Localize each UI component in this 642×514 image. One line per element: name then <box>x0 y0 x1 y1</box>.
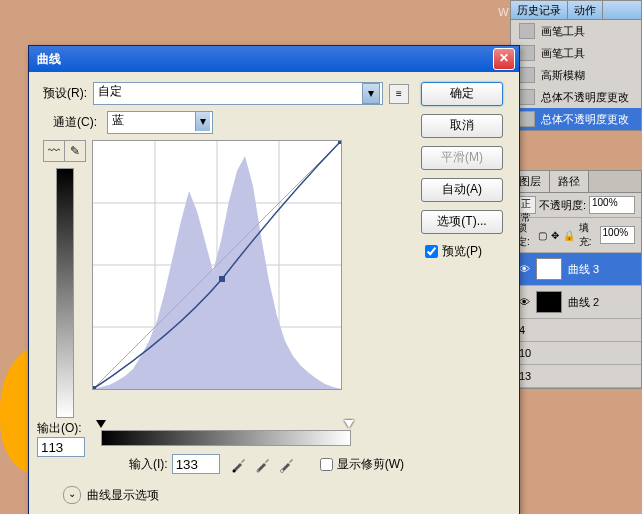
ok-button[interactable]: 确定 <box>421 82 503 106</box>
layer-name: 曲线 2 <box>568 295 599 310</box>
curve-handle-mid[interactable] <box>219 276 225 282</box>
layer-name: 曲线 3 <box>568 262 599 277</box>
close-button[interactable]: ✕ <box>493 48 515 70</box>
input-label: 输入(I): <box>129 456 168 473</box>
brush-icon <box>519 45 535 61</box>
svg-point-9 <box>280 470 283 473</box>
eyedropper-white-icon[interactable] <box>278 455 296 473</box>
svg-point-8 <box>256 470 259 473</box>
smooth-button: 平滑(M) <box>421 146 503 170</box>
curve-graph[interactable] <box>92 140 342 390</box>
lock-all-icon[interactable]: 🔒 <box>563 230 575 241</box>
input-input[interactable] <box>172 454 220 474</box>
visibility-icon[interactable]: 👁 <box>519 263 530 275</box>
preview-checkbox[interactable]: 预览(P) <box>421 242 505 261</box>
visibility-icon[interactable]: 👁 <box>519 296 530 308</box>
brush-icon <box>519 23 535 39</box>
tab-actions[interactable]: 动作 <box>568 1 603 19</box>
history-item[interactable]: 画笔工具 <box>511 42 641 64</box>
layer-thumb <box>536 258 562 280</box>
eyedropper-black-icon[interactable] <box>230 455 248 473</box>
history-item[interactable]: 总体不透明度更改 <box>511 86 641 108</box>
white-point-slider[interactable] <box>344 420 354 428</box>
history-item[interactable]: 高斯模糊 <box>511 64 641 86</box>
titlebar[interactable]: 曲线 ✕ <box>29 46 519 72</box>
toggle-options-icon[interactable]: ⌄ <box>63 486 81 504</box>
auto-button[interactable]: 自动(A) <box>421 178 503 202</box>
curves-dialog: 曲线 ✕ 预设(R): 自定 ≡ 通道(C): 蓝 〰 ✎ <box>28 45 520 514</box>
opacity-input[interactable]: 100% <box>589 196 635 214</box>
output-input[interactable] <box>37 437 85 457</box>
layer-item[interactable]: 👁 曲线 2 <box>511 286 641 319</box>
channel-label: 通道(C): <box>53 114 97 131</box>
eyedropper-gray-icon[interactable] <box>254 455 272 473</box>
layer-item[interactable]: 13 <box>511 365 641 388</box>
vertical-gradient <box>56 168 74 418</box>
curve-display-options-label: 曲线显示选项 <box>87 487 159 504</box>
history-item-selected[interactable]: 总体不透明度更改 <box>511 108 641 130</box>
lock-pixels-icon[interactable]: ▢ <box>538 230 547 241</box>
preset-select[interactable]: 自定 <box>93 82 383 105</box>
layer-item[interactable]: 10 <box>511 342 641 365</box>
opacity-icon <box>519 111 535 127</box>
curve-handle-start[interactable] <box>93 386 96 389</box>
options-button[interactable]: 选项(T)... <box>421 210 503 234</box>
opacity-label: 不透明度: <box>539 198 586 213</box>
cancel-button[interactable]: 取消 <box>421 114 503 138</box>
tab-history[interactable]: 历史记录 <box>511 1 568 19</box>
preset-label: 预设(R): <box>43 85 87 102</box>
lock-position-icon[interactable]: ✥ <box>551 230 559 241</box>
opacity-icon <box>519 89 535 105</box>
dialog-title: 曲线 <box>33 51 493 68</box>
layers-panel: 图层 路径 正常 不透明度: 100% 锁定: ▢ ✥ 🔒 填充: 100% 👁… <box>510 170 642 389</box>
history-panel: 历史记录 动作 画笔工具 画笔工具 高斯模糊 总体不透明度更改 总体不透明度更改 <box>510 0 642 131</box>
pencil-tool-icon[interactable]: ✎ <box>65 141 85 161</box>
preset-menu-icon[interactable]: ≡ <box>389 84 409 104</box>
svg-point-7 <box>232 470 235 473</box>
curve-tool-icon[interactable]: 〰 <box>44 141 65 161</box>
layer-thumb <box>536 291 562 313</box>
output-label: 输出(O): <box>37 420 85 437</box>
fill-label: 填充: <box>579 221 596 249</box>
curve-handle-end[interactable] <box>338 141 341 144</box>
fill-input[interactable]: 100% <box>600 226 635 244</box>
black-point-slider[interactable] <box>96 420 106 428</box>
layer-item-selected[interactable]: 👁 曲线 3 <box>511 253 641 286</box>
tab-paths[interactable]: 路径 <box>550 171 589 192</box>
channel-select[interactable]: 蓝 <box>107 111 213 134</box>
layer-item[interactable]: 4 <box>511 319 641 342</box>
blur-icon <box>519 67 535 83</box>
history-item[interactable]: 画笔工具 <box>511 20 641 42</box>
show-clipping-checkbox[interactable]: 显示修剪(W) <box>316 455 404 474</box>
horizontal-gradient <box>101 430 351 446</box>
